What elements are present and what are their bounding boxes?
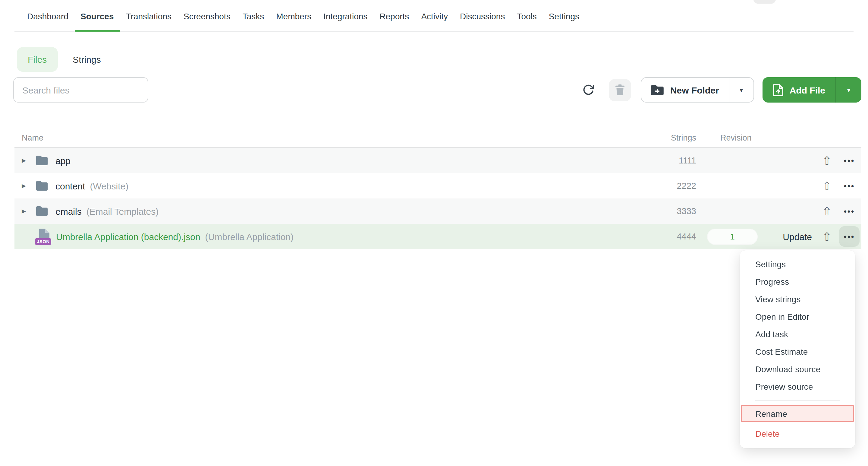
folder-annotation: (Website) (90, 181, 128, 191)
nav-item-reports[interactable]: Reports (373, 5, 415, 31)
update-link[interactable]: Update (769, 231, 817, 241)
strings-count: 1111 (624, 156, 696, 165)
file-name[interactable]: Umbrella Application (backend).json (56, 231, 200, 241)
file-annotation: (Umbrella Application) (205, 231, 293, 241)
table-row-selected[interactable]: JSON Umbrella Application (backend).json… (14, 224, 861, 249)
file-context-menu: Settings Progress View strings Open in E… (740, 250, 855, 448)
page: Dashboard Sources Translations Screensho… (0, 0, 868, 466)
nav-item-activity[interactable]: Activity (415, 5, 454, 31)
top-nav: Dashboard Sources Translations Screensho… (14, 0, 854, 32)
menu-item-open-in-editor[interactable]: Open in Editor (740, 308, 855, 325)
nav-item-discussions[interactable]: Discussions (454, 5, 511, 31)
files-table: Name Strings Revision ▶ app 1111 ⇧ ••• (14, 128, 861, 249)
menu-divider (755, 400, 840, 401)
column-header-name: Name (14, 133, 624, 142)
refresh-icon (582, 84, 594, 96)
expand-arrow-icon[interactable]: ▶ (22, 208, 36, 214)
menu-item-cost-estimate[interactable]: Cost Estimate (740, 343, 855, 360)
menu-item-download-source[interactable]: Download source (740, 360, 855, 378)
expand-arrow-icon[interactable]: ▶ (22, 157, 36, 164)
row-menu-button-active[interactable]: ••• (839, 226, 860, 247)
file-name-cell: ▶ content (Website) (14, 181, 624, 191)
folder-name[interactable]: content (56, 181, 85, 191)
json-badge: JSON (35, 238, 51, 245)
upload-icon[interactable]: ⇧ (817, 155, 837, 166)
table-header: Name Strings Revision (14, 128, 861, 148)
caret-down-icon: ▾ (847, 86, 850, 94)
tab-strings[interactable]: Strings (73, 54, 101, 64)
menu-item-progress[interactable]: Progress (740, 273, 855, 290)
nav-item-sources[interactable]: Sources (74, 5, 120, 31)
menu-item-preview-source[interactable]: Preview source (740, 378, 855, 395)
nav-item-tools[interactable]: Tools (511, 5, 542, 31)
file-name-cell: ▶ emails (Email Templates) (14, 206, 624, 216)
trash-icon (615, 84, 624, 95)
column-header-revision: Revision (696, 133, 769, 142)
add-file-label: Add File (789, 85, 825, 95)
file-upload-icon (773, 84, 784, 96)
nav-item-settings[interactable]: Settings (543, 5, 585, 31)
folder-annotation: (Email Templates) (87, 206, 159, 216)
cutoff-toolbar-element (753, 0, 776, 4)
menu-item-settings[interactable]: Settings (740, 255, 855, 273)
menu-item-rename-highlighted[interactable]: Rename (741, 405, 854, 422)
row-menu-button[interactable]: ••• (844, 207, 855, 215)
new-folder-label: New Folder (670, 85, 719, 95)
table-row[interactable]: ▶ app 1111 ⇧ ••• (14, 148, 861, 173)
new-folder-button[interactable]: New Folder (641, 78, 729, 102)
folder-icon (36, 156, 48, 165)
expand-arrow-icon[interactable]: ▶ (22, 183, 36, 189)
strings-count: 4444 (624, 232, 696, 241)
new-folder-split-button: New Folder ▾ (641, 77, 754, 103)
table-row[interactable]: ▶ emails (Email Templates) 3333 ⇧ ••• (14, 199, 861, 224)
nav-item-translations[interactable]: Translations (120, 5, 178, 31)
add-file-dropdown-button[interactable]: ▾ (835, 77, 861, 103)
menu-item-add-task[interactable]: Add task (740, 325, 855, 343)
add-file-split-button: Add File ▾ (763, 77, 861, 103)
nav-item-dashboard[interactable]: Dashboard (21, 5, 74, 31)
tab-files[interactable]: Files (17, 47, 58, 72)
strings-count: 3333 (624, 206, 696, 216)
new-folder-dropdown-button[interactable]: ▾ (729, 78, 753, 102)
source-view-tabs: Files Strings (17, 47, 868, 72)
column-header-strings: Strings (624, 133, 696, 142)
caret-down-icon: ▾ (740, 86, 743, 94)
folder-icon (36, 206, 48, 216)
upload-icon[interactable]: ⇧ (817, 205, 837, 217)
nav-item-integrations[interactable]: Integrations (317, 5, 373, 31)
revision-badge[interactable]: 1 (707, 228, 758, 244)
menu-item-delete[interactable]: Delete (740, 425, 855, 442)
refresh-button[interactable] (578, 80, 598, 100)
revision-cell: 1 (696, 228, 769, 244)
row-menu-button[interactable]: ••• (844, 156, 855, 165)
folder-name[interactable]: app (56, 155, 70, 166)
json-file-icon: JSON (36, 229, 51, 244)
upload-icon[interactable]: ⇧ (817, 231, 837, 242)
file-toolbar: New Folder ▾ Add File ▾ (13, 77, 861, 103)
row-menu-button[interactable]: ••• (844, 182, 855, 190)
upload-icon[interactable]: ⇧ (817, 180, 837, 192)
folder-icon (36, 181, 48, 191)
file-name-cell: JSON Umbrella Application (backend).json… (14, 229, 624, 244)
nav-item-screenshots[interactable]: Screenshots (178, 5, 237, 31)
nav-item-tasks[interactable]: Tasks (237, 5, 270, 31)
delete-selected-button[interactable] (609, 79, 631, 101)
nav-item-members[interactable]: Members (270, 5, 317, 31)
folder-plus-icon (651, 85, 664, 95)
table-row[interactable]: ▶ content (Website) 2222 ⇧ ••• (14, 173, 861, 199)
strings-count: 2222 (624, 181, 696, 191)
search-input[interactable] (13, 77, 148, 103)
folder-name[interactable]: emails (56, 206, 82, 216)
menu-item-view-strings[interactable]: View strings (740, 290, 855, 308)
add-file-button[interactable]: Add File (763, 77, 835, 103)
file-name-cell: ▶ app (14, 155, 624, 166)
ellipsis-icon: ••• (844, 233, 855, 240)
